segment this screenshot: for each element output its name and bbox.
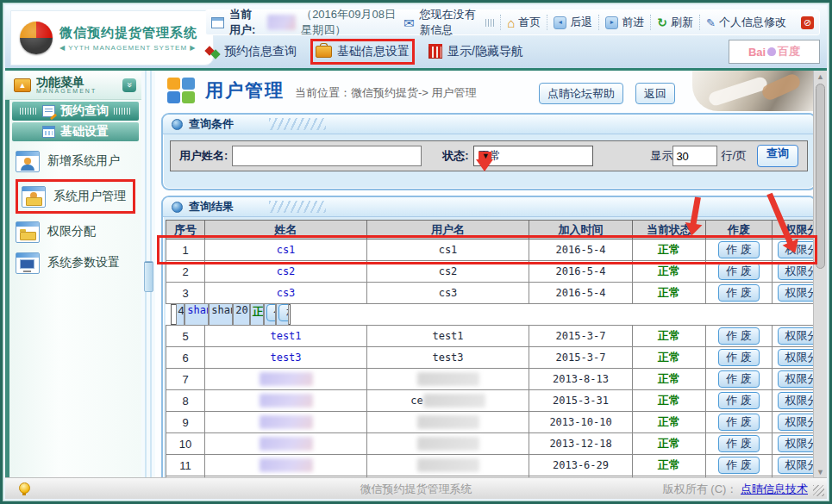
- void-button[interactable]: 作 废: [718, 349, 760, 366]
- cell-perm: 权限分配: [773, 283, 814, 304]
- sidebar-section-basic-settings[interactable]: 基础设置: [12, 122, 139, 141]
- redacted-username: [417, 437, 479, 451]
- sidebar-item-label: 新增系统用户: [47, 153, 120, 169]
- logout-icon[interactable]: ⊘: [801, 16, 814, 29]
- cell-status: 正常: [633, 240, 706, 261]
- gift-icon: [429, 46, 442, 59]
- name-link[interactable]: shangyang: [187, 304, 209, 316]
- main-scrollbar[interactable]: ▲ ▼: [813, 71, 827, 478]
- void-button[interactable]: 作 废: [718, 457, 760, 474]
- nav-refresh[interactable]: ↻刷新: [650, 15, 699, 30]
- vendor-link[interactable]: 点睛信息技术: [741, 482, 808, 495]
- show-label: 显示: [650, 148, 672, 164]
- current-user-redacted: [267, 15, 296, 30]
- query-section-header: 查询条件: [163, 115, 813, 134]
- cell-username: [367, 455, 529, 476]
- perm-assign-button[interactable]: 权限分配: [778, 241, 814, 258]
- perm-assign-button[interactable]: 权限分配: [778, 349, 814, 366]
- status-label: 状态:: [442, 148, 468, 164]
- scrollbar-thumb[interactable]: [816, 84, 825, 269]
- nav-back[interactable]: ◂后退: [547, 15, 598, 30]
- search-button[interactable]: 查询: [757, 145, 798, 167]
- back-button[interactable]: 返回: [635, 83, 675, 104]
- scroll-down-icon[interactable]: ▼: [814, 466, 827, 478]
- cell-perm: 权限分配: [773, 412, 814, 433]
- cell-no: 7: [166, 369, 205, 390]
- baidu-paw-icon: [767, 47, 776, 56]
- menu-cubes[interactable]: 预约信息查询: [205, 44, 297, 59]
- cell-name: [205, 369, 367, 390]
- void-button[interactable]: 作 废: [718, 241, 760, 258]
- sidebar-item-folder[interactable]: 权限分配: [16, 219, 129, 245]
- cell-join-date: 2016-5-4: [529, 283, 633, 304]
- perm-assign-button[interactable]: 权限分配: [778, 414, 814, 431]
- nav-label: 首页: [518, 15, 541, 30]
- cell-void: 作 废: [706, 261, 773, 283]
- perm-assign-button[interactable]: 权限分配: [778, 435, 814, 452]
- menu-label: 显示/隐藏导航: [447, 44, 523, 59]
- scroll-up-icon[interactable]: ▲: [814, 71, 827, 83]
- baidu-search-box[interactable]: Bai 百度: [729, 40, 820, 64]
- nav-home[interactable]: ⌂首页: [500, 15, 547, 30]
- sidebar-splitter[interactable]: [141, 71, 155, 478]
- sidebar-section-reservation-query[interactable]: 预约查询: [12, 102, 139, 121]
- void-button[interactable]: 作 废: [718, 327, 760, 345]
- void-button[interactable]: 作 废: [718, 392, 760, 409]
- sidebar-item-user[interactable]: 新增系统用户: [16, 148, 129, 174]
- table-row: 8ce2015-3-31正常作 废权限分配: [166, 390, 814, 412]
- header: 微信预约提货管理系统 ◀ YYTH MANAGEMENT SYSTEM ▶ 当前…: [5, 5, 827, 71]
- username-input[interactable]: [232, 146, 422, 166]
- app-title: 微信预约提货管理系统: [59, 25, 197, 41]
- perm-assign-button[interactable]: 权限分配: [778, 327, 814, 345]
- nav-edit[interactable]: ✎个人信息修改: [699, 15, 792, 30]
- status-badge: 正常: [658, 264, 680, 277]
- column-header: 用户名: [367, 221, 529, 240]
- sidebar-item-monitor[interactable]: 系统参数设置: [16, 250, 129, 276]
- void-button[interactable]: 作 废: [718, 435, 760, 452]
- cell-perm: 权限分配: [773, 261, 814, 283]
- name-link[interactable]: test3: [270, 352, 301, 364]
- void-button[interactable]: 作 废: [718, 284, 760, 302]
- table-header-row: 序号姓名用户名加入时间当前状态作废权限分配: [166, 221, 814, 240]
- cell-no: 1: [166, 240, 205, 261]
- cell-username: [367, 433, 529, 455]
- forward-icon: ▸: [605, 16, 618, 29]
- perm-assign-button[interactable]: 权限分配: [778, 370, 814, 388]
- menu-toolbox[interactable]: 基础信息设置: [316, 44, 410, 59]
- cell-name: [205, 390, 367, 412]
- calendar-icon: [42, 126, 55, 138]
- perm-assign-button[interactable]: 权限分配: [778, 263, 814, 280]
- cell-status: 正常: [633, 455, 706, 476]
- name-link[interactable]: test1: [270, 330, 301, 342]
- cell-void: 作 废: [706, 369, 773, 390]
- perm-assign-button[interactable]: 权限分配: [278, 304, 289, 321]
- cell-status: 正常: [633, 369, 706, 390]
- perm-assign-button[interactable]: 权限分配: [778, 392, 814, 409]
- name-link[interactable]: cs3: [277, 287, 296, 299]
- redacted-name: [260, 458, 313, 472]
- perm-assign-button[interactable]: 权限分配: [778, 457, 814, 474]
- void-button[interactable]: 作 废: [718, 414, 760, 431]
- sidebar-item-userfolder[interactable]: 系统用户管理: [16, 179, 135, 214]
- void-button[interactable]: 作 废: [718, 370, 760, 388]
- column-header: 当前状态: [633, 221, 706, 240]
- name-link[interactable]: cs1: [277, 244, 296, 256]
- window-icon: [211, 17, 224, 28]
- perm-assign-button[interactable]: 权限分配: [778, 284, 814, 302]
- void-button[interactable]: 作 废: [266, 304, 277, 321]
- splitter-grip[interactable]: [144, 261, 153, 292]
- cell-void: 作 废: [706, 390, 773, 412]
- cell-no: 8: [166, 390, 205, 412]
- rows-per-page-input[interactable]: [672, 146, 717, 166]
- status-badge: 正常: [658, 351, 680, 364]
- void-button[interactable]: 作 废: [718, 263, 760, 280]
- name-link[interactable]: cs2: [277, 265, 296, 277]
- nav-forward[interactable]: ▸前进: [598, 15, 650, 30]
- menu-gift[interactable]: 显示/隐藏导航: [429, 44, 523, 59]
- redacted-username: [423, 394, 485, 408]
- forum-help-button[interactable]: 点睛论坛帮助: [539, 83, 623, 104]
- sidebar-title: 功能菜单: [36, 76, 97, 88]
- sidebar-subtitle: MANAGEMENT: [36, 88, 97, 94]
- status-select[interactable]: 正常 ▼: [473, 146, 593, 166]
- collapse-chevron-icon[interactable]: »: [122, 78, 136, 92]
